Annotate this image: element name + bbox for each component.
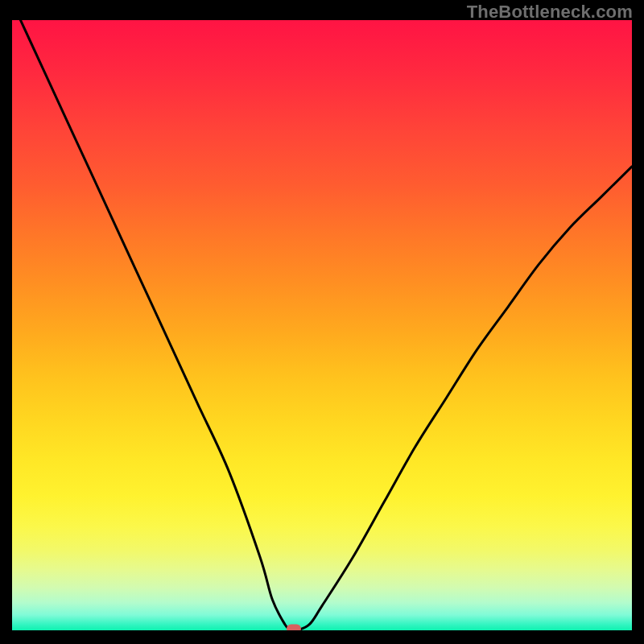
bottleneck-curve: [12, 20, 632, 630]
optimum-marker: [287, 624, 301, 630]
watermark-text: TheBottleneck.com: [467, 2, 633, 23]
chart-container: TheBottleneck.com: [0, 0, 644, 644]
plot-area: [12, 20, 632, 630]
